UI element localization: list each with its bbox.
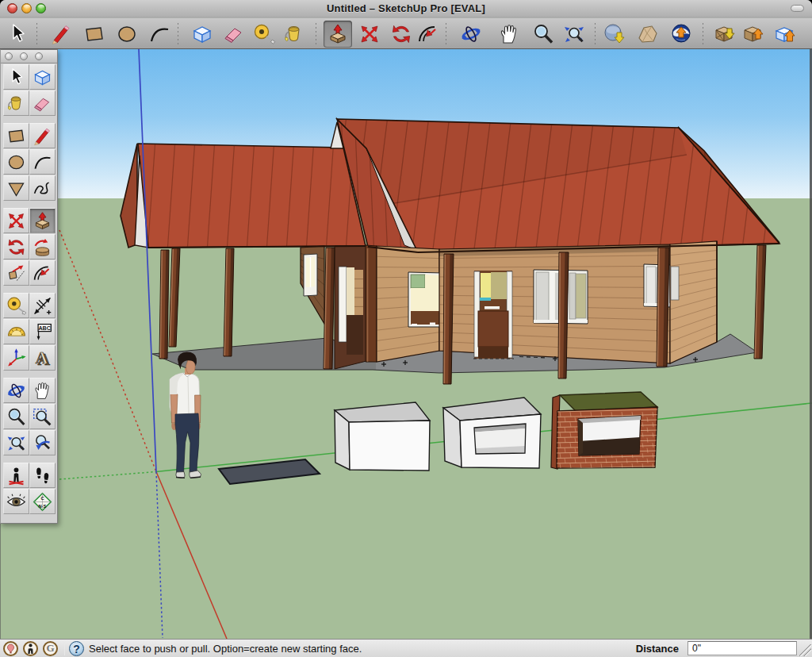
- palette-zoom-extents-button[interactable]: [3, 430, 29, 455]
- palette-axes-button[interactable]: [3, 345, 29, 371]
- viewport-3d[interactable]: [0, 49, 812, 639]
- resize-grip[interactable]: [799, 644, 811, 656]
- toolbar-paint-bucket-button[interactable]: [280, 21, 308, 48]
- tape-measure-icon: [6, 295, 27, 317]
- palette-select-button[interactable]: [3, 64, 29, 90]
- orbit-icon: [6, 380, 27, 402]
- palette-polygon-button[interactable]: [3, 175, 29, 201]
- hollow-white-box: [443, 398, 541, 468]
- palette-move-button[interactable]: [3, 208, 29, 233]
- status-prompt: Select face to push or pull. Option=crea…: [89, 643, 362, 655]
- svg-text:A: A: [36, 348, 48, 367]
- get-current-view-icon: [602, 22, 626, 46]
- palette-position-camera-button[interactable]: [3, 463, 29, 488]
- palette-pan-button[interactable]: [29, 378, 56, 403]
- model-scene: [0, 49, 812, 639]
- toolbar-share-component-button[interactable]: [770, 21, 799, 48]
- zoom-window-icon: [32, 406, 53, 428]
- protractor-icon: [6, 321, 27, 343]
- palette-zoom-previous-button[interactable]: [29, 430, 56, 455]
- main-toolbar: [0, 18, 812, 49]
- palette-make-component-button[interactable]: [29, 64, 56, 90]
- palette-circle-button[interactable]: [3, 149, 29, 175]
- toolbar-toggle-terrain-button[interactable]: [634, 21, 662, 48]
- palette-offset-button[interactable]: [29, 260, 56, 286]
- freehand-icon: [32, 178, 53, 199]
- eraser-icon: [222, 22, 246, 46]
- white-box: [335, 402, 430, 471]
- zoom-previous-icon: [32, 432, 53, 454]
- toolbar-push-pull-button[interactable]: [324, 21, 352, 48]
- toolbar-circle-button[interactable]: [113, 21, 141, 48]
- palette-paint-bucket-button[interactable]: [3, 90, 29, 116]
- tape-measure-icon: [252, 22, 276, 46]
- distance-input[interactable]: [688, 641, 797, 655]
- toolbar-eraser-button[interactable]: [220, 21, 248, 48]
- rotate-icon: [6, 236, 27, 258]
- palette-zoom-button[interactable]: [3, 404, 29, 429]
- palette-zoom-dot[interactable]: [35, 52, 43, 60]
- geolocation-badge-icon[interactable]: [3, 641, 18, 656]
- toolbar-select-button[interactable]: [3, 21, 32, 48]
- palette-text-button[interactable]: ABC: [29, 319, 56, 344]
- toolbar-line-button[interactable]: [47, 21, 75, 48]
- help-question-icon[interactable]: ?: [69, 641, 84, 656]
- palette-arc-button[interactable]: [29, 149, 56, 175]
- palette-walk-button[interactable]: [29, 463, 56, 488]
- toolbar-toggle-pill[interactable]: [791, 5, 804, 12]
- toolbar-zoom-extents-button[interactable]: [560, 21, 588, 48]
- palette-protractor-button[interactable]: [3, 319, 29, 344]
- walk-icon: [32, 465, 53, 486]
- palette-push-pull-button[interactable]: [29, 208, 56, 233]
- place-model-icon: [669, 22, 693, 46]
- palette-zoom-window-button[interactable]: [29, 404, 56, 429]
- palette-orbit-button[interactable]: [3, 378, 29, 403]
- palette-rectangle-button[interactable]: [3, 123, 29, 148]
- palette-close-dot[interactable]: [5, 52, 13, 60]
- toolbar-get-current-view-button[interactable]: [599, 21, 628, 48]
- palette-scale-button[interactable]: [3, 260, 29, 286]
- push-pull-icon: [32, 210, 53, 232]
- svg-text:C: C: [40, 496, 44, 501]
- rectangle-icon: [6, 125, 27, 147]
- palette-header: [1, 50, 57, 63]
- palette-line-button[interactable]: [29, 123, 56, 148]
- toolbar-share-models-button[interactable]: [738, 21, 767, 48]
- palette-follow-me-button[interactable]: [29, 234, 56, 259]
- svg-text:N·S: N·S: [39, 503, 47, 508]
- axes-icon: [6, 348, 27, 369]
- palette-section-plane-button[interactable]: CN·S: [29, 489, 56, 514]
- palette-look-around-button[interactable]: [3, 489, 29, 514]
- toolbar-rotate-button[interactable]: [387, 21, 416, 48]
- palette-eraser-button[interactable]: [29, 90, 56, 116]
- toolbar-make-component-button[interactable]: [188, 21, 216, 48]
- google-badge-icon[interactable]: G: [43, 641, 58, 656]
- palette-3d-text-button[interactable]: AA: [29, 345, 56, 371]
- window-title: Untitled – SketchUp Pro [EVAL]: [0, 2, 812, 14]
- zoom-extents-icon: [562, 22, 586, 46]
- share-component-icon: [772, 22, 796, 46]
- toolbar-get-models-button[interactable]: [710, 21, 738, 48]
- offset-icon: [416, 22, 440, 46]
- toolbar-separator: [36, 23, 37, 45]
- palette-dimension-button[interactable]: [29, 293, 56, 318]
- toolbar-arc-button[interactable]: [145, 21, 174, 48]
- palette-tape-measure-button[interactable]: [3, 293, 29, 318]
- toolbar-place-model-button[interactable]: [667, 21, 695, 48]
- toolbar-orbit-button[interactable]: [457, 21, 485, 48]
- credit-badge-icon[interactable]: [23, 641, 38, 656]
- palette-minimize-dot[interactable]: [20, 52, 28, 60]
- share-models-icon: [741, 22, 764, 46]
- toolbar-zoom-button[interactable]: [529, 21, 557, 48]
- toggle-terrain-icon: [636, 22, 660, 46]
- toolbar-offset-button[interactable]: [414, 21, 442, 48]
- toolbar-tape-measure-button[interactable]: [250, 21, 278, 48]
- palette-freehand-button[interactable]: [29, 175, 56, 201]
- palette-rotate-button[interactable]: [3, 234, 29, 259]
- toolbar-rectangle-button[interactable]: [80, 21, 109, 48]
- toolbar-pan-button[interactable]: [495, 21, 523, 48]
- toolbar-separator: [316, 23, 316, 45]
- line-icon: [32, 125, 53, 147]
- rotate-icon: [389, 22, 413, 46]
- toolbar-move-button[interactable]: [355, 21, 384, 48]
